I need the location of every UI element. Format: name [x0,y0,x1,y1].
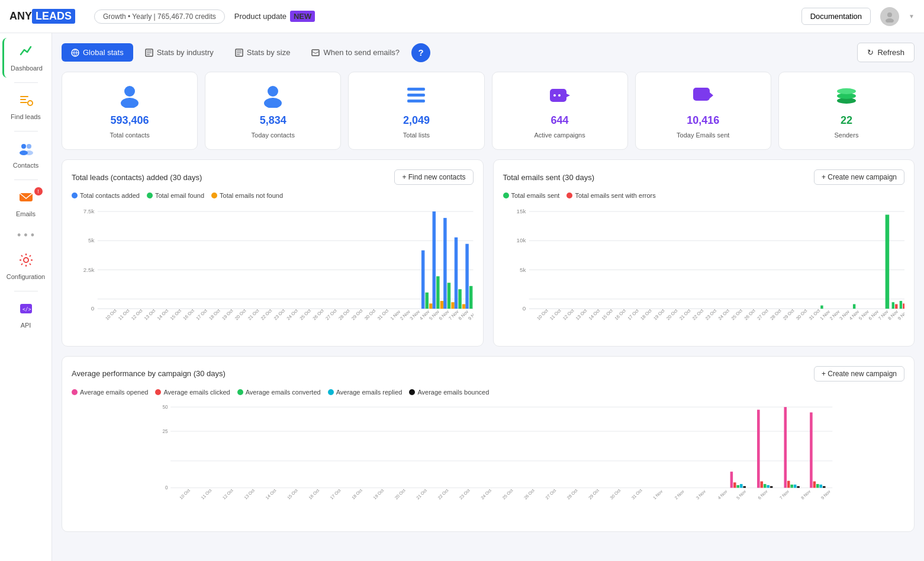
svg-text:18 Oct: 18 Oct [208,307,221,321]
sidebar-item-emails[interactable]: ! Emails [2,184,50,223]
svg-rect-164 [813,481,816,488]
logo: ANY LEADS [9,9,75,24]
legend-dot-blue [72,193,78,198]
senders-icon [834,83,859,110]
avatar[interactable] [880,7,899,26]
svg-point-25 [121,98,139,108]
documentation-button[interactable]: Documentation [801,8,871,25]
tab-stats-by-size-label: Stats by size [247,48,291,57]
create-campaign-button-2[interactable]: + Create new campaign [814,366,904,382]
tab-global-stats-label: Global stats [83,48,124,57]
svg-text:2.5k: 2.5k [83,267,95,273]
chart-panel-emails-sent: Total emails sent (30 days) + Create new… [493,159,915,347]
sidebar-item-find-leads[interactable]: Find leads [2,86,50,126]
svg-rect-57 [451,302,454,309]
legend-dot-green3 [237,389,243,395]
svg-text:50: 50 [162,405,168,410]
legend-email-found: Total email found [147,192,204,199]
today-contacts-icon [260,83,285,110]
svg-rect-162 [797,486,800,488]
svg-rect-106 [891,302,894,309]
plan-badge[interactable]: Growth • Yearly | 765,467.70 credits [94,9,225,24]
svg-text:9 Nov: 9 Nov [896,309,904,322]
chart3-svg: 50 25 0 [72,402,904,520]
total-contacts-label: Total contacts [110,132,149,139]
stat-card-today-emails: 10,416 Today Emails sent [635,72,771,150]
legend-dot-amber [211,193,217,198]
svg-text:23 Oct: 23 Oct [704,307,717,321]
svg-text:12 Oct: 12 Oct [562,307,575,321]
refresh-label: Refresh [877,48,904,57]
svg-marker-32 [566,94,570,97]
legend-label-emails-converted: Average emails converted [246,389,321,396]
sidebar-divider-1 [14,82,38,83]
active-campaigns-num: 644 [551,114,569,127]
legend-dot-black [409,389,415,395]
top-nav: ANY LEADS Growth • Yearly | 765,467.70 c… [0,0,924,33]
tab-stats-by-industry[interactable]: Stats by industry [136,43,223,62]
chart-row-1: Total leads (contacts) added (30 days) +… [62,159,915,347]
svg-text:25 Oct: 25 Oct [730,307,743,321]
sidebar-item-api[interactable]: </> API [2,295,50,335]
create-campaign-button-1[interactable]: + Create new campaign [814,169,904,185]
svg-point-11 [24,258,28,262]
svg-rect-4 [20,102,27,103]
refresh-icon: ↻ [867,48,874,57]
tab-bar: Global stats Stats by industry Stats by … [62,43,915,62]
svg-point-9 [25,150,33,155]
today-emails-num: 10,416 [687,114,719,127]
svg-text:19 Oct: 19 Oct [372,488,385,501]
svg-text:22 Oct: 22 Oct [691,307,704,321]
sidebar-item-contacts[interactable]: Contacts [2,135,50,175]
avatar-dropdown[interactable]: ▼ [909,13,915,20]
tab-stats-by-size[interactable]: Stats by size [226,43,300,62]
refresh-button[interactable]: ↻ Refresh [857,43,915,62]
svg-rect-155 [764,484,767,488]
svg-point-6 [21,144,26,149]
svg-rect-50 [426,293,429,309]
svg-text:25 Oct: 25 Oct [299,307,313,321]
dashboard-icon [19,44,34,63]
svg-text:0: 0 [522,305,526,312]
legend-emails-bounced: Average emails bounced [409,389,489,396]
legend-label-emails-sent: Total emails sent [511,192,560,199]
total-contacts-num: 593,406 [111,114,149,127]
svg-rect-154 [761,481,764,488]
svg-text:18 Oct: 18 Oct [350,488,363,501]
svg-text:30 Oct: 30 Oct [609,488,622,501]
chart-panel-performance: Average performance by campaign (30 days… [62,356,915,532]
legend-dot-red [566,193,572,198]
logo-leads: LEADS [32,9,75,24]
svg-rect-29 [407,94,425,97]
chart1-legend: Total contacts added Total email found T… [72,192,474,199]
svg-text:17 Oct: 17 Oct [329,488,342,501]
svg-point-24 [124,86,135,97]
tab-when-to-send[interactable]: When to send emails? [302,43,409,62]
svg-text:6 Nov: 6 Nov [438,309,450,322]
svg-rect-55 [443,218,446,309]
tab-global-stats[interactable]: Global stats [62,43,133,62]
product-update[interactable]: Product update NEW [234,11,315,22]
svg-rect-35 [693,88,710,101]
svg-point-5 [28,101,33,105]
sidebar-item-dashboard[interactable]: Dashboard [2,38,50,78]
svg-text:9 Nov: 9 Nov [467,309,473,322]
svg-text:23 Oct: 23 Oct [458,488,471,501]
svg-point-34 [558,94,561,97]
find-new-contacts-button[interactable]: + Find new contacts [394,169,473,185]
product-update-label: Product update [234,12,286,21]
svg-text:29 Oct: 29 Oct [587,488,600,501]
today-contacts-label: Today contacts [252,132,295,139]
stat-card-total-lists: 2,049 Total lists [348,72,484,150]
svg-text:15 Oct: 15 Oct [286,488,299,501]
svg-rect-109 [903,303,904,309]
svg-text:13 Oct: 13 Oct [574,307,588,321]
chart3-legend: Average emails opened Average emails cli… [72,389,904,396]
svg-text:0: 0 [165,485,168,491]
legend-label-contacts-added: Total contacts added [80,192,140,199]
svg-text:11 Oct: 11 Oct [200,488,213,501]
help-button[interactable]: ? [411,43,430,62]
svg-rect-157 [770,486,773,488]
sidebar-item-configuration[interactable]: Configuration [2,246,50,286]
svg-text:25 Oct: 25 Oct [501,488,514,501]
